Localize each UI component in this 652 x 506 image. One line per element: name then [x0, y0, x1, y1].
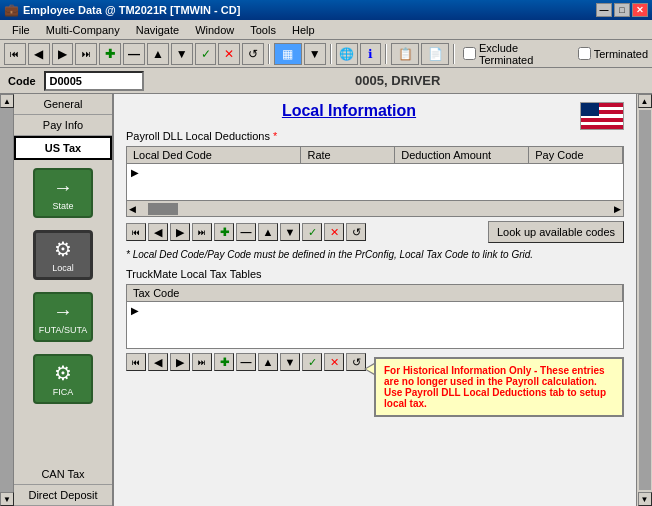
cancel-btn[interactable]: ✕	[218, 43, 240, 65]
docs2-btn[interactable]: 📄	[421, 43, 449, 65]
section-truckmate: TruckMate Local Tax Tables Tax Code ▶ ⏮ …	[126, 268, 624, 417]
section1-required: *	[273, 130, 277, 142]
grid1-row1: ▶	[127, 164, 623, 180]
right-scrollbar: ▲ ▼	[636, 94, 652, 506]
callout-box: For Historical Information Only - These …	[374, 357, 624, 417]
down-btn[interactable]: ▼	[171, 43, 193, 65]
nav-toolbar-2: ⏮ ◀ ▶ ⏭ ✚ — ▲ ▼ ✓ ✕ ↺	[126, 353, 366, 371]
confirm-btn[interactable]: ✓	[195, 43, 217, 65]
code-input[interactable]	[44, 71, 144, 91]
exclude-terminated-input[interactable]	[463, 47, 476, 60]
grid1-last-btn[interactable]: ⏭	[192, 223, 212, 241]
nav-tab-cantax[interactable]: CAN Tax	[14, 464, 112, 485]
col-pay-code: Pay Code	[529, 147, 623, 163]
toolbar2-callout-row: ⏮ ◀ ▶ ⏭ ✚ — ▲ ▼ ✓ ✕ ↺	[126, 353, 624, 417]
grid1-dn-btn[interactable]: ▼	[280, 223, 300, 241]
left-scroll: ▲ ▼	[0, 94, 14, 506]
grid2-refresh-btn[interactable]: ↺	[346, 353, 366, 371]
grid2-last-btn[interactable]: ⏭	[192, 353, 212, 371]
grid2-first-btn[interactable]: ⏮	[126, 353, 146, 371]
grid2-prev-btn[interactable]: ◀	[148, 353, 168, 371]
scroll-thumb[interactable]	[148, 203, 178, 215]
terminated-input[interactable]	[578, 47, 591, 60]
nav-tab-general[interactable]: General	[14, 94, 112, 115]
app-icon: 💼	[4, 3, 19, 17]
truckmate-grid: Tax Code ▶	[126, 284, 624, 349]
globe-btn[interactable]: 🌐	[336, 43, 358, 65]
nav-next-btn[interactable]: ▶	[52, 43, 74, 65]
nav-tab-ustax[interactable]: US Tax	[14, 136, 112, 160]
grid2-add-btn[interactable]: ✚	[214, 353, 234, 371]
dropdown-btn[interactable]: ▼	[304, 43, 326, 65]
scroll-track	[639, 110, 651, 490]
lookup-btn[interactable]: Look up available codes	[488, 221, 624, 243]
grid2-del-btn[interactable]: —	[236, 353, 256, 371]
minimize-btn[interactable]: —	[596, 3, 612, 17]
grid1-ok-btn[interactable]: ✓	[302, 223, 322, 241]
nav-btn-local[interactable]: ⚙ Local	[33, 230, 93, 280]
scroll-down-btn[interactable]: ▼	[638, 492, 652, 506]
nav-last-btn[interactable]: ⏭	[75, 43, 97, 65]
refresh-btn[interactable]: ↺	[242, 43, 264, 65]
menu-window[interactable]: Window	[187, 22, 242, 38]
menu-file[interactable]: File	[4, 22, 38, 38]
grid1-header: Local Ded Code Rate Deduction Amount Pay…	[127, 147, 623, 164]
nav-toolbar-2-row: ⏮ ◀ ▶ ⏭ ✚ — ▲ ▼ ✓ ✕ ↺	[126, 353, 366, 371]
col-tax-code: Tax Code	[127, 285, 623, 301]
grid1-next-btn[interactable]: ▶	[170, 223, 190, 241]
grid2-cancel-btn[interactable]: ✕	[324, 353, 344, 371]
nav-tab-payinfo[interactable]: Pay Info	[14, 115, 112, 136]
nav-btn-state[interactable]: → State	[33, 168, 93, 218]
window-controls[interactable]: — □ ✕	[596, 3, 648, 17]
nav-btn-futasuta[interactable]: → FUTA/SUTA	[33, 292, 93, 342]
menu-multicompany[interactable]: Multi-Company	[38, 22, 128, 38]
col-ded-amount: Deduction Amount	[395, 147, 529, 163]
toolbar-separator2	[330, 44, 332, 64]
toolbar-checkboxes: Exclude Terminated Terminated	[463, 42, 648, 66]
delete-btn[interactable]: —	[123, 43, 145, 65]
close-btn[interactable]: ✕	[632, 3, 648, 17]
grid2-header: Tax Code	[127, 285, 623, 302]
main-layout: ▲ ▼ General Pay Info US Tax → State ⚙ Lo…	[0, 94, 652, 506]
up-btn[interactable]: ▲	[147, 43, 169, 65]
grid1-prev-btn[interactable]: ◀	[148, 223, 168, 241]
terminated-checkbox[interactable]: Terminated	[578, 47, 648, 60]
grid1-cancel-btn[interactable]: ✕	[324, 223, 344, 241]
nav-prev-btn[interactable]: ◀	[28, 43, 50, 65]
info-btn[interactable]: ℹ	[360, 43, 382, 65]
grid2-ok-btn[interactable]: ✓	[302, 353, 322, 371]
content-header: Local Information	[126, 102, 624, 130]
docs-btn[interactable]: 📋	[391, 43, 419, 65]
add-btn[interactable]: ✚	[99, 43, 121, 65]
grid1-refresh-btn[interactable]: ↺	[346, 223, 366, 241]
maximize-btn[interactable]: □	[614, 3, 630, 17]
left-scroll-down[interactable]: ▼	[0, 492, 14, 506]
grid2-next-btn[interactable]: ▶	[170, 353, 190, 371]
nav-first-btn[interactable]: ⏮	[4, 43, 26, 65]
scroll-right-btn[interactable]: ▶	[612, 204, 623, 214]
menu-navigate[interactable]: Navigate	[128, 22, 187, 38]
grid2-dn-btn[interactable]: ▼	[280, 353, 300, 371]
nav-tab-directdeposit[interactable]: Direct Deposit	[14, 485, 112, 506]
menu-tools[interactable]: Tools	[242, 22, 284, 38]
grid2-up-btn[interactable]: ▲	[258, 353, 278, 371]
scroll-up-btn[interactable]: ▲	[638, 94, 652, 108]
nav-btn-fica[interactable]: ⚙ FICA	[33, 354, 93, 404]
grid1-del-btn[interactable]: —	[236, 223, 256, 241]
payroll-dll-grid: Local Ded Code Rate Deduction Amount Pay…	[126, 146, 624, 217]
gear-icon: ⚙	[54, 237, 72, 261]
left-scroll-track	[0, 108, 13, 492]
grid1-add-btn[interactable]: ✚	[214, 223, 234, 241]
scroll-left-btn[interactable]: ◀	[127, 204, 138, 214]
col-rate: Rate	[301, 147, 395, 163]
toolbar: ⏮ ◀ ▶ ⏭ ✚ — ▲ ▼ ✓ ✕ ↺ ▦ ▼ 🌐 ℹ 📋 📄 Exclud…	[0, 40, 652, 68]
arrow-right-icon2: →	[53, 300, 73, 323]
grid-btn[interactable]: ▦	[274, 43, 302, 65]
terminated-label: Terminated	[594, 48, 648, 60]
left-scroll-up[interactable]: ▲	[0, 94, 14, 108]
grid1-up-btn[interactable]: ▲	[258, 223, 278, 241]
exclude-terminated-checkbox[interactable]: Exclude Terminated	[463, 42, 574, 66]
grid1-scrollbar[interactable]: ◀ ▶	[127, 200, 623, 216]
grid1-first-btn[interactable]: ⏮	[126, 223, 146, 241]
menu-help[interactable]: Help	[284, 22, 323, 38]
